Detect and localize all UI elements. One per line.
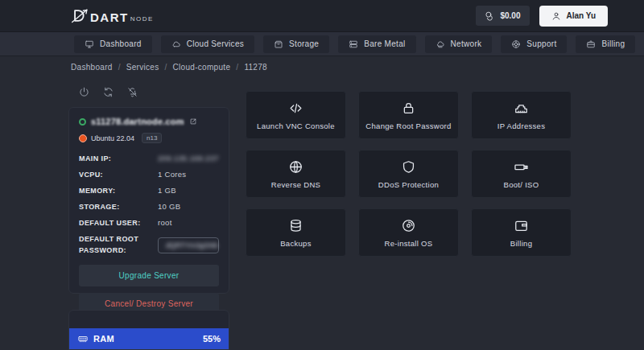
nav-label: Storage xyxy=(289,39,319,48)
ram-label-group: RAM xyxy=(77,334,114,344)
database-icon xyxy=(288,218,303,233)
nav-item-dashboard[interactable]: Dashboard xyxy=(74,35,152,53)
spec-row-storage: STORAGE: 10 GB xyxy=(79,202,219,211)
ethernet-port-icon xyxy=(514,101,529,116)
refresh-button[interactable] xyxy=(102,86,114,98)
coins-icon xyxy=(485,10,495,21)
nav-item-cloud-services[interactable]: Cloud Services xyxy=(161,35,254,53)
server-status-indicator xyxy=(79,118,86,126)
spec-label: MEMORY: xyxy=(79,187,158,195)
action-label: Billing xyxy=(510,239,532,248)
ip-addresses-card[interactable]: IP Addresses xyxy=(471,91,572,139)
storage-value: 10 GB xyxy=(158,202,180,211)
spec-row-default-user: DEFAULT USER: root xyxy=(79,218,219,227)
action-grid: Launch VNC Console Change Root Password … xyxy=(246,91,572,257)
breadcrumb-separator: / xyxy=(118,63,121,72)
open-hostname-link[interactable] xyxy=(189,117,197,126)
action-label: Change Root Password xyxy=(365,121,451,130)
vcpu-value: 1 Cores xyxy=(158,170,186,179)
main-ip-value: 209.135.169.237 xyxy=(158,154,219,163)
action-label: Launch VNC Console xyxy=(257,121,335,130)
breadcrumb-dashboard[interactable]: Dashboard xyxy=(71,63,113,72)
spec-label: MAIN IP: xyxy=(79,154,158,163)
action-label: DDoS Protection xyxy=(378,180,439,189)
server-info-panel: s11278.dartnode.com Ubuntu 22.04 n13 MAI… xyxy=(68,107,229,294)
node-badge: n13 xyxy=(142,133,162,143)
breadcrumb-cloud-compute[interactable]: Cloud-compute xyxy=(173,63,231,72)
spec-list: MAIN IP: 209.135.169.237 VCPU: 1 Cores M… xyxy=(79,154,219,256)
user-icon xyxy=(551,11,561,21)
action-label: Backups xyxy=(280,239,312,248)
disc-icon xyxy=(401,218,416,233)
header-actions: $0.00 Alan Yu xyxy=(476,6,608,27)
arrow-d-logo-icon xyxy=(71,8,89,23)
logo[interactable]: DART NODE xyxy=(71,8,154,23)
nav-item-bare-metal[interactable]: Bare Metal xyxy=(338,35,415,53)
root-password-value: dQRTYm3gSNb xyxy=(166,241,218,249)
billing-card[interactable]: Billing xyxy=(471,208,572,257)
nav-item-network[interactable]: Network xyxy=(425,35,493,53)
spec-label: STORAGE: xyxy=(79,203,158,211)
ram-usage-bar[interactable]: RAM 55% xyxy=(69,328,229,349)
breadcrumb-current: 11278 xyxy=(244,63,267,72)
user-button[interactable]: Alan Yu xyxy=(539,6,609,27)
usb-drive-icon xyxy=(514,159,529,175)
ddos-protection-card[interactable]: DDoS Protection xyxy=(358,150,459,198)
memory-value: 1 GB xyxy=(158,186,176,195)
life-ring-icon xyxy=(511,39,521,49)
nav-label: Network xyxy=(451,39,482,48)
network-cloud-icon xyxy=(436,39,445,49)
root-password-field[interactable]: dQRTYm3gSNb xyxy=(158,237,219,253)
os-row: Ubuntu 22.04 n13 xyxy=(79,133,219,143)
reinstall-os-card[interactable]: Re-install OS xyxy=(358,208,459,257)
spec-row-main-ip: MAIN IP: 209.135.169.237 xyxy=(79,154,219,163)
action-label: Re-install OS xyxy=(385,239,433,248)
boot-iso-card[interactable]: Boot/ ISO xyxy=(471,150,572,198)
archive-box-icon xyxy=(274,39,283,49)
wallet-icon xyxy=(514,218,529,233)
spec-label: DEFAULT USER: xyxy=(79,219,158,227)
ram-percent: 55% xyxy=(203,334,221,344)
power-button[interactable] xyxy=(78,86,90,98)
monitor-icon xyxy=(85,39,94,49)
external-link-icon xyxy=(189,117,197,126)
server-toolbar xyxy=(78,86,138,98)
launch-vnc-console-card[interactable]: Launch VNC Console xyxy=(246,91,346,139)
action-label: IP Addresses xyxy=(497,121,545,130)
server-icon xyxy=(349,39,358,49)
balance-button[interactable]: $0.00 xyxy=(476,6,529,26)
reverse-dns-card[interactable]: Reverse DNS xyxy=(246,150,346,198)
briefcase-icon xyxy=(586,39,596,49)
refresh-icon xyxy=(102,86,114,98)
logo-text-node: NODE xyxy=(130,16,154,23)
nav-label: Dashboard xyxy=(100,39,142,48)
server-hostname: s11278.dartnode.com xyxy=(91,117,184,126)
globe-icon xyxy=(288,159,303,175)
breadcrumb-services[interactable]: Services xyxy=(126,63,159,72)
change-root-password-card[interactable]: Change Root Password xyxy=(358,91,459,139)
spec-row-vcpu: VCPU: 1 Cores xyxy=(79,170,219,179)
ubuntu-logo-icon xyxy=(79,134,87,142)
upgrade-server-button[interactable]: Upgrade Server xyxy=(79,265,219,286)
top-header: DART NODE $0.00 Alan Yu xyxy=(0,0,644,32)
spec-row-memory: MEMORY: 1 GB xyxy=(79,186,219,195)
ram-icon xyxy=(77,334,89,344)
mute-notifications-button[interactable] xyxy=(126,86,138,98)
action-label: Reverse DNS xyxy=(271,180,320,189)
balance-amount: $0.00 xyxy=(500,11,520,20)
shield-icon xyxy=(401,159,416,175)
nav-label: Billing xyxy=(601,39,625,48)
cloud-icon xyxy=(171,39,181,49)
backups-card[interactable]: Backups xyxy=(246,208,346,257)
nav-item-billing[interactable]: Billing xyxy=(576,35,635,53)
nav-item-storage[interactable]: Storage xyxy=(263,35,329,53)
breadcrumb: Dashboard / Services / Cloud-compute / 1… xyxy=(71,63,267,72)
power-icon xyxy=(78,86,90,98)
nav-label: Bare Metal xyxy=(364,39,405,48)
main-nav: Dashboard Cloud Services Storage Bare Me… xyxy=(0,32,644,56)
nav-label: Cloud Services xyxy=(187,39,244,48)
nav-label: Support xyxy=(526,39,556,48)
user-name: Alan Yu xyxy=(567,11,597,20)
nav-item-support[interactable]: Support xyxy=(501,35,567,53)
spec-label: VCPU: xyxy=(79,171,158,179)
